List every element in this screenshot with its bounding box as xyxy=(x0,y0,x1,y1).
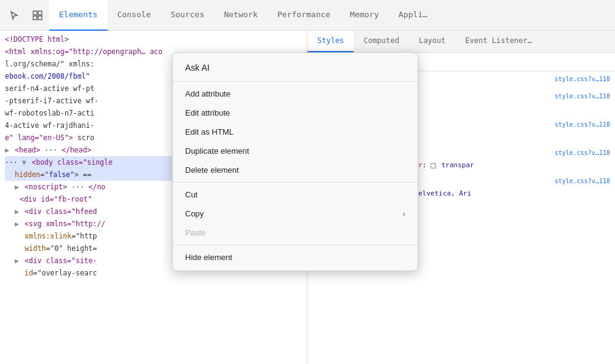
context-menu-edit-attribute[interactable]: Edit attribute xyxy=(173,103,418,122)
context-menu-hide-element[interactable]: Hide element xyxy=(173,248,418,267)
copy-submenu-arrow: › xyxy=(403,210,405,218)
context-menu-separator xyxy=(173,245,418,245)
context-menu-cut[interactable]: Cut xyxy=(173,185,418,204)
context-menu-edit-html[interactable]: Edit as HTML xyxy=(173,122,418,141)
context-menu-ask-ai[interactable]: Ask AI xyxy=(173,57,418,79)
context-menu-separator xyxy=(173,81,418,82)
context-menu-separator xyxy=(173,182,418,183)
context-menu-copy[interactable]: Copy › xyxy=(173,204,418,223)
context-menu: Ask AI Add attribute Edit attribute Edit… xyxy=(172,52,418,271)
context-menu-delete-element[interactable]: Delete element xyxy=(173,160,418,180)
context-menu-duplicate-element[interactable]: Duplicate element xyxy=(173,141,418,160)
context-menu-add-attribute[interactable]: Add attribute xyxy=(173,84,418,103)
context-menu-paste: Paste xyxy=(173,223,418,242)
context-menu-overlay: Ask AI Add attribute Edit attribute Edit… xyxy=(0,0,615,364)
